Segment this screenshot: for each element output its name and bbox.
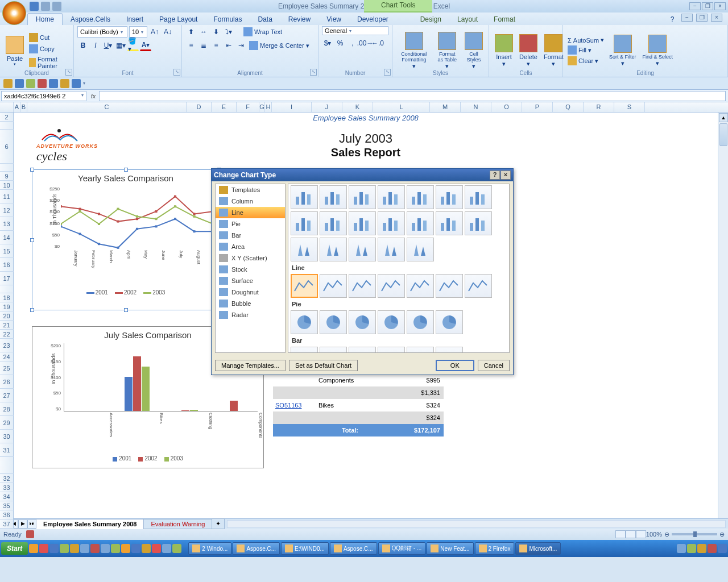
chart-category-area[interactable]: Area: [216, 241, 285, 252]
indent-increase-icon[interactable]: ⇥: [235, 40, 247, 51]
chart-thumb-bar[interactable]: [291, 347, 318, 353]
clipboard-dialog-launcher[interactable]: ⤡: [65, 69, 72, 76]
chart-thumb-column[interactable]: [291, 185, 318, 209]
col-i[interactable]: I: [272, 102, 312, 112]
chart-thumb-column3d[interactable]: [349, 211, 376, 235]
chart-thumb-column3d[interactable]: [436, 211, 463, 235]
dialog-help-button[interactable]: ?: [490, 171, 500, 180]
tab-layout[interactable]: Layout: [449, 14, 486, 25]
formula-input[interactable]: [99, 91, 726, 101]
number-format-combo[interactable]: General▾: [322, 26, 388, 35]
chart-thumb-line[interactable]: [436, 274, 463, 298]
row-header[interactable]: 27: [0, 389, 14, 402]
dialog-title-bar[interactable]: Change Chart Type ? ×: [212, 169, 513, 181]
minimize-button[interactable]: −: [689, 2, 701, 10]
office-button[interactable]: [2, 1, 26, 25]
row-header[interactable]: 9: [0, 172, 14, 181]
align-right-icon[interactable]: ≡: [210, 40, 222, 51]
insert-cells-button[interactable]: Insert▾: [493, 33, 515, 69]
row-header[interactable]: 32: [0, 474, 14, 483]
currency-icon[interactable]: $▾: [322, 38, 333, 49]
autosum-button[interactable]: ΣAutoSum▾: [566, 36, 605, 44]
row-header[interactable]: 21: [0, 321, 14, 330]
row-header[interactable]: 18: [0, 293, 14, 302]
align-left-icon[interactable]: ≡: [185, 40, 197, 51]
italic-icon[interactable]: I: [90, 40, 101, 51]
col-e[interactable]: E: [212, 102, 237, 112]
tab-aspose[interactable]: Aspose.Cells: [63, 14, 118, 25]
tab-view[interactable]: View: [318, 14, 349, 25]
chart-thumb-cone[interactable]: [349, 238, 376, 261]
row-header[interactable]: 26: [0, 375, 14, 389]
qat-save-icon[interactable]: [30, 2, 39, 11]
tray-icon[interactable]: [80, 544, 89, 553]
chart-gallery[interactable]: LinePieBar: [288, 184, 510, 353]
chart-thumb-column[interactable]: [378, 185, 405, 209]
tray-icon[interactable]: [39, 544, 48, 553]
zoom-in-button[interactable]: ⊕: [719, 531, 725, 538]
chart-thumb-line[interactable]: [378, 274, 405, 298]
zoom-slider[interactable]: [672, 533, 717, 535]
fill-color-icon[interactable]: 🪣▾: [127, 40, 139, 51]
format-as-table-button[interactable]: Format as Table▾: [434, 31, 461, 71]
row-header[interactable]: 36: [0, 510, 14, 519]
tray-icon[interactable]: [131, 544, 140, 553]
row-header[interactable]: 12: [0, 203, 14, 217]
sheet-tab-active[interactable]: Employee Sales Summary 2008: [36, 519, 144, 529]
chart-category-column[interactable]: Column: [216, 196, 285, 207]
percent-icon[interactable]: %: [334, 38, 346, 49]
chart-thumb-column[interactable]: [407, 185, 434, 209]
tray-icon[interactable]: [70, 544, 79, 553]
alignment-dialog-launcher[interactable]: ⤡: [310, 69, 317, 76]
indent-decrease-icon[interactable]: ⇤: [223, 40, 234, 51]
chart-thumb-column3d[interactable]: [320, 211, 347, 235]
copy-button[interactable]: Copy: [28, 44, 70, 54]
resize-handle[interactable]: [30, 238, 34, 242]
doc-minimize-button[interactable]: −: [681, 14, 693, 22]
tray-icon[interactable]: [29, 544, 38, 553]
row-header[interactable]: 37: [0, 519, 14, 529]
chart-thumb-column[interactable]: [436, 185, 463, 209]
tab-developer[interactable]: Developer: [349, 14, 396, 25]
conditional-formatting-button[interactable]: Conditional Formatting▾: [396, 31, 432, 71]
sort-filter-button[interactable]: Sort & Filter▾: [607, 34, 639, 68]
chart-thumb-cone[interactable]: [378, 238, 405, 261]
qat-undo-icon[interactable]: [41, 2, 50, 11]
row-header[interactable]: 34: [0, 492, 14, 501]
cancel-button[interactable]: Cancel: [478, 360, 510, 371]
qat2-icon-7[interactable]: [72, 79, 81, 88]
row-header[interactable]: 2: [0, 113, 14, 122]
row-header[interactable]: 6: [0, 130, 14, 164]
col-n[interactable]: N: [461, 102, 491, 112]
resize-handle[interactable]: [30, 308, 34, 312]
chart-category-doughnut[interactable]: Doughnut: [216, 286, 285, 298]
clear-button[interactable]: Clear▾: [566, 56, 605, 66]
chart-thumb-line[interactable]: [407, 274, 434, 298]
tray-icon[interactable]: [152, 544, 161, 553]
systray-icon[interactable]: [697, 544, 706, 553]
vertical-scrollbar[interactable]: ▲: [718, 113, 728, 518]
cell-styles-button[interactable]: Cell Styles▾: [462, 31, 485, 71]
delete-cells-button[interactable]: Delete▾: [517, 33, 540, 69]
chart-thumb-column3d[interactable]: [407, 211, 434, 235]
chart-thumb-pie[interactable]: [291, 310, 318, 334]
tab-home[interactable]: Home: [27, 13, 63, 25]
tab-insert[interactable]: Insert: [118, 14, 151, 25]
chart-category-bubble[interactable]: Bubble: [216, 298, 285, 309]
fill-button[interactable]: Fill▾: [566, 45, 605, 55]
row-header[interactable]: [0, 122, 14, 130]
tab-pagelayout[interactable]: Page Layout: [151, 14, 205, 25]
normal-view-button[interactable]: [615, 530, 626, 538]
horizontal-scrollbar[interactable]: [227, 520, 726, 528]
doc-restore-button[interactable]: ❐: [696, 14, 708, 22]
taskbar-app-button[interactable]: Microsoft...: [515, 542, 561, 555]
border-icon[interactable]: ▦▾: [115, 40, 126, 51]
tray-icon[interactable]: [60, 544, 69, 553]
col-q[interactable]: Q: [553, 102, 584, 112]
macro-record-icon[interactable]: [26, 530, 34, 538]
col-d[interactable]: D: [187, 102, 212, 112]
wrap-text-button[interactable]: Wrap Text: [242, 26, 283, 38]
taskbar-app-button[interactable]: QQ邮箱 - ...: [378, 542, 426, 555]
col-m[interactable]: M: [430, 102, 461, 112]
chart-thumb-pie[interactable]: [407, 310, 434, 334]
